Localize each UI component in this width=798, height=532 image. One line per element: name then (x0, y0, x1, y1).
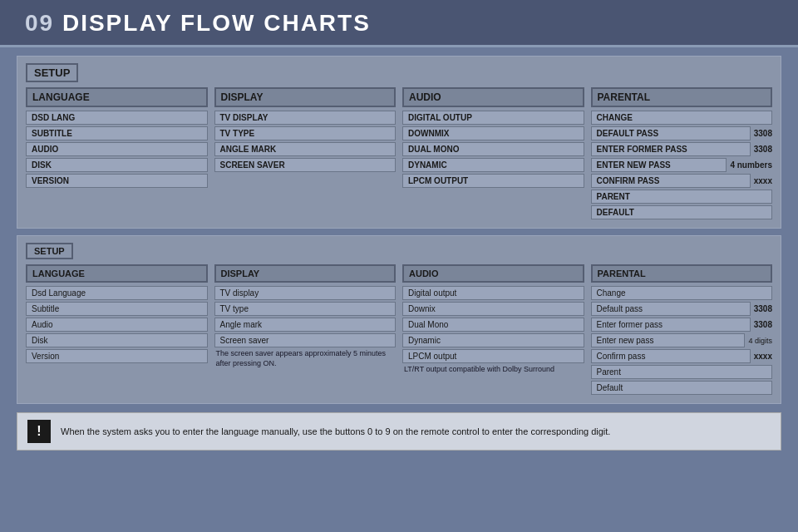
top-lang-item-4[interactable]: VERSION (26, 174, 208, 188)
bottom-setup-label: SETUP (26, 243, 73, 259)
bottom-audio-item-0[interactable]: Digital output (402, 286, 584, 300)
top-audio-item-4[interactable]: LPCM OUTPUT (402, 174, 584, 188)
bottom-parental-confirm-val: xxxx (754, 352, 772, 361)
bottom-disp-item-2[interactable]: Angle mark (214, 318, 397, 332)
bottom-lang-item-0[interactable]: Dsd Language (26, 286, 208, 300)
bottom-audio-item-1[interactable]: Downix (402, 302, 584, 316)
top-disp-item-1[interactable]: TV TYPE (214, 126, 397, 140)
bottom-disp-item-0[interactable]: TV display (214, 286, 397, 300)
bottom-disp-item-3[interactable]: Screen saver (214, 333, 397, 347)
bottom-display-title: DISPLAY (214, 264, 397, 283)
top-audio-item-2[interactable]: DUAL MONO (402, 142, 584, 156)
top-parental-enter-new[interactable]: ENTER NEW PASS (591, 158, 727, 172)
bottom-parental-row-2: Enter former pass 3308 (591, 318, 773, 332)
bottom-parental-enter-former[interactable]: Enter former pass (591, 318, 751, 332)
bottom-parental-default[interactable]: Default (591, 381, 773, 395)
bottom-display-col: DISPLAY TV display TV type Angle mark Sc… (214, 264, 397, 397)
top-audio-title: AUDIO (402, 87, 584, 107)
bottom-lang-item-1[interactable]: Subtitle (26, 302, 208, 316)
top-lang-item-2[interactable]: AUDIO (26, 142, 208, 156)
top-audio-item-3[interactable]: DYNAMIC (402, 158, 584, 172)
top-language-title: LANGUAGE (26, 87, 208, 107)
top-parental-row-1: DEFAULT PASS 3308 (591, 126, 773, 140)
top-lang-item-0[interactable]: DSD LANG (26, 111, 208, 125)
bottom-lang-item-2[interactable]: Audio (26, 318, 208, 332)
top-disp-item-0[interactable]: TV DISPLAY (214, 111, 397, 125)
chapter-number: 09 (25, 10, 54, 36)
bottom-parental-enter-former-val: 3308 (754, 320, 772, 329)
bottom-panel: SETUP LANGUAGE Dsd Language Subtitle Aud… (17, 235, 781, 404)
top-display-col: DISPLAY TV DISPLAY TV TYPE ANGLE MARK SC… (214, 87, 397, 221)
warning-icon: ! (27, 420, 51, 443)
warning-text: When the system asks you to enter the la… (61, 426, 610, 436)
top-audio-col: AUDIO DIGITAL OUTUP DOWNMIX DUAL MONO DY… (402, 87, 584, 221)
top-disp-item-2[interactable]: ANGLE MARK (214, 142, 397, 156)
bottom-columns: LANGUAGE Dsd Language Subtitle Audio Dis… (26, 264, 772, 397)
top-audio-item-1[interactable]: DOWNMIX (402, 126, 584, 140)
top-parental-confirm[interactable]: CONFIRM PASS (591, 174, 751, 188)
bottom-parental-col: PARENTAL Change Default pass 3308 Enter … (591, 264, 773, 397)
top-parental-default-pass[interactable]: DEFAULT PASS (591, 126, 751, 140)
bottom-display-note: The screen saver appears approximately 5… (214, 349, 397, 368)
bottom-parental-row-1: Default pass 3308 (591, 302, 773, 316)
top-parental-default-pass-val: 3308 (754, 129, 772, 138)
top-lang-item-3[interactable]: DISK (26, 158, 208, 172)
top-parental-row-3: ENTER NEW PASS 4 numbers (591, 158, 773, 172)
page-header: 09 DISPLAY FLOW CHARTS (0, 0, 798, 47)
bottom-parental-row-0: Change (591, 286, 773, 300)
top-parental-row-4: CONFIRM PASS xxxx (591, 174, 773, 188)
bottom-language-title: LANGUAGE (26, 264, 208, 283)
top-parental-enter-former-val: 3308 (754, 145, 772, 154)
bottom-parental-enter-new-val: 4 digits (748, 337, 772, 345)
bottom-parental-title: PARENTAL (591, 264, 773, 283)
bottom-audio-item-3[interactable]: Dynamic (402, 333, 584, 347)
page-title: 09 DISPLAY FLOW CHARTS (25, 10, 773, 37)
bottom-parental-confirm[interactable]: Confirm pass (591, 349, 751, 363)
bottom-lang-item-3[interactable]: Disk (26, 333, 208, 347)
top-parental-col: PARENTAL CHANGE DEFAULT PASS 3308 ENTER … (591, 87, 773, 221)
bottom-parental-change[interactable]: Change (591, 286, 773, 300)
top-disp-item-3[interactable]: SCREEN SAVER (214, 158, 397, 172)
top-parental-parent[interactable]: PARENT (591, 190, 773, 204)
main-content: SETUP LANGUAGE DSD LANG SUBTITLE AUDIO D… (0, 47, 798, 412)
top-parental-default[interactable]: DEFAULT (591, 205, 773, 219)
bottom-lang-item-4[interactable]: Version (26, 349, 208, 363)
top-language-col: LANGUAGE DSD LANG SUBTITLE AUDIO DISK VE… (26, 87, 208, 221)
bottom-parental-default-pass-val: 3308 (754, 304, 772, 313)
top-columns: LANGUAGE DSD LANG SUBTITLE AUDIO DISK VE… (26, 87, 772, 221)
top-lang-item-1[interactable]: SUBTITLE (26, 126, 208, 140)
top-parental-change[interactable]: CHANGE (591, 111, 773, 125)
bottom-parental-row-4: Confirm pass xxxx (591, 349, 773, 363)
top-audio-item-0[interactable]: DIGITAL OUTUP (402, 111, 584, 125)
bottom-audio-item-4[interactable]: LPCM output (402, 349, 584, 363)
top-parental-row-2: ENTER FORMER PASS 3308 (591, 142, 773, 156)
bottom-parental-default-pass[interactable]: Default pass (591, 302, 751, 316)
bottom-audio-item-2[interactable]: Dual Mono (402, 318, 584, 332)
warning-bar: ! When the system asks you to enter the … (17, 412, 781, 451)
top-panel: SETUP LANGUAGE DSD LANG SUBTITLE AUDIO D… (17, 56, 781, 229)
bottom-parental-row-3: Enter new pass 4 digits (591, 333, 773, 347)
top-parental-title: PARENTAL (591, 87, 773, 107)
top-parental-enter-former[interactable]: ENTER FORMER PASS (591, 142, 751, 156)
bottom-audio-col: AUDIO Digital output Downix Dual Mono Dy… (402, 264, 584, 397)
bottom-parental-enter-new[interactable]: Enter new pass (591, 333, 746, 347)
top-parental-confirm-val: xxxx (754, 176, 772, 185)
bottom-disp-item-1[interactable]: TV type (214, 302, 397, 316)
bottom-language-col: LANGUAGE Dsd Language Subtitle Audio Dis… (26, 264, 208, 397)
top-setup-label: SETUP (26, 63, 78, 82)
top-parental-row-0: CHANGE (591, 111, 773, 125)
bottom-parental-parent[interactable]: Parent (591, 365, 773, 379)
bottom-audio-title: AUDIO (402, 264, 584, 283)
top-display-title: DISPLAY (214, 87, 397, 107)
top-parental-enter-new-val: 4 numbers (730, 160, 772, 170)
bottom-audio-note: LT/RT output compatible with Dolby Surro… (402, 365, 584, 375)
